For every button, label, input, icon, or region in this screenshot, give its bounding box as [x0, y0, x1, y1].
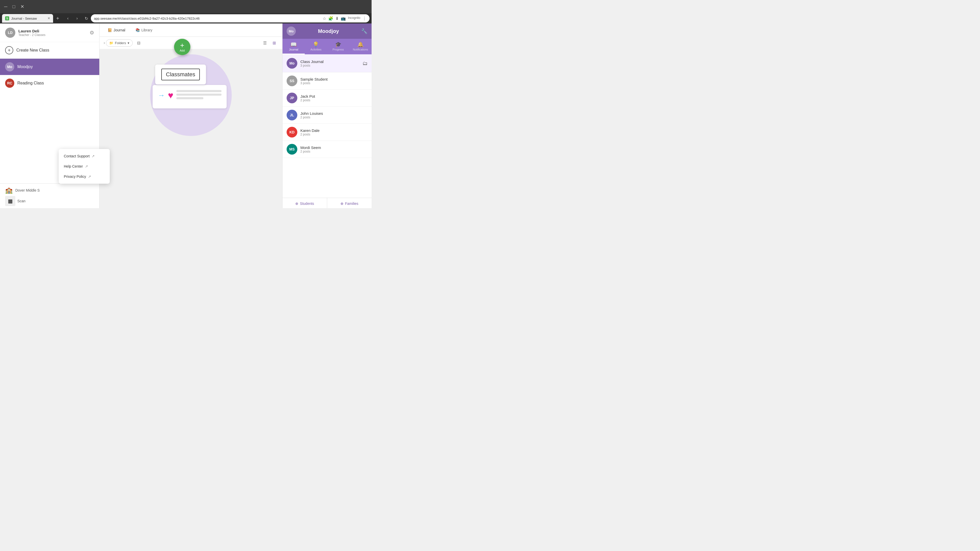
external-link-icon-3: ↗ [88, 175, 91, 179]
main-content: 📔 Journal 📚 Library › 📁 Folders ▾ ⊟ ☰ ⊞ [100, 24, 282, 208]
john-louises-avatar: JL [286, 110, 298, 121]
class-journal-avatar: Mo [286, 58, 298, 68]
student-list: Mo Class Journal 3 posts 🗂 SS Sample Stu… [283, 54, 372, 198]
add-students-button[interactable]: ⊕ Students [283, 198, 327, 208]
create-class-button[interactable]: + Create New Class [0, 42, 99, 59]
external-link-icon-1: ↗ [92, 154, 95, 158]
student-item-jack[interactable]: JP Jack Pot 2 posts [283, 89, 372, 106]
window-controls[interactable]: ─ □ ✕ [3, 4, 25, 10]
sidebar-item-moodjoy[interactable]: Mo Moodjoy [0, 59, 99, 75]
class-journal-title: Class Journal [301, 59, 324, 64]
folder-icon: 📁 [109, 41, 113, 45]
john-louises-posts: 2 posts [301, 116, 323, 119]
scan-label: Scan [18, 199, 25, 203]
illustration-card: → ♥ [153, 85, 227, 108]
school-info: 🏫 Dover Middle S [5, 187, 94, 194]
moodjoy-label: Moodjoy [18, 65, 33, 69]
user-details: Lauren Deli Teacher - 2 Classes [18, 29, 45, 37]
student-item-john[interactable]: JL John Louises 2 posts [283, 106, 372, 124]
filter-button[interactable]: ⊟ [135, 39, 143, 47]
close-button[interactable]: ✕ [19, 4, 25, 10]
chevron-down-icon: ▾ [127, 41, 129, 45]
active-tab[interactable]: S Journal - Seesaw × [2, 14, 53, 23]
sample-student-info: Sample Student 3 posts [301, 77, 328, 85]
moodjoy-avatar: Mo [5, 62, 14, 71]
school-icon: 🏫 [5, 187, 13, 194]
mordi-seem-name: Mordi Seem [301, 145, 321, 150]
sidebar-item-reading-class[interactable]: RC Reading Class [0, 75, 99, 91]
feed-toolbar: › 📁 Folders ▾ ⊟ ☰ ⊞ [100, 37, 282, 49]
progress-tab-icon: 🎓 [335, 41, 342, 48]
bookmark-icon[interactable]: ☆ [323, 16, 326, 21]
help-center-label: Help Center [64, 164, 83, 168]
help-center-item[interactable]: Help Center ↗ [59, 161, 110, 171]
add-families-button[interactable]: ⊕ Families [327, 198, 372, 208]
card-line-1 [177, 90, 221, 92]
tab-library[interactable]: 📚 Library [131, 26, 156, 34]
minimize-button[interactable]: ─ [3, 4, 8, 10]
journal-tab-icon: 📔 [108, 28, 112, 32]
privacy-policy-item[interactable]: Privacy Policy ↗ [59, 171, 110, 182]
address-bar[interactable]: app.seesaw.me/#/class/class.e01bf4c2-9a2… [91, 14, 369, 22]
student-item-karen[interactable]: KD Karen Dale 2 posts [283, 124, 372, 141]
privacy-policy-label: Privacy Policy [64, 175, 86, 179]
grid-view-button[interactable]: ⊞ [270, 39, 278, 47]
tab-close-icon[interactable]: × [48, 16, 50, 21]
reading-class-label: Reading Class [18, 81, 44, 86]
scan-button[interactable]: ▦ Scan [5, 196, 94, 206]
contact-support-item[interactable]: Contact Support ↗ [59, 151, 110, 161]
wrench-icon[interactable]: 🔧 [361, 28, 368, 34]
tab-progress-right[interactable]: 🎓 Progress [327, 39, 349, 54]
card-line-2 [177, 94, 221, 96]
journal-tab-label-right: Journal [289, 48, 298, 51]
user-info: LD Lauren Deli Teacher - 2 Classes [5, 27, 45, 38]
download-icon[interactable]: ⬇ [335, 16, 339, 21]
context-menu: Contact Support ↗ Help Center ↗ Privacy … [59, 149, 110, 184]
class-header-avatar: Mo [286, 27, 296, 36]
classmates-title: Classmates [161, 68, 200, 80]
back-button[interactable]: ‹ [64, 15, 72, 22]
folders-button[interactable]: 📁 Folders ▾ [106, 39, 132, 47]
extensions-icon[interactable]: 🧩 [328, 16, 333, 21]
card-line-3 [177, 97, 204, 99]
maximize-button[interactable]: □ [11, 4, 16, 10]
menu-icon[interactable]: ⋮ [363, 16, 366, 21]
settings-icon[interactable]: ⚙ [89, 30, 94, 36]
class-journal-posts: 3 posts [301, 64, 324, 67]
student-item-sample[interactable]: SS Sample Student 3 posts [283, 73, 372, 89]
tab-favicon: S [5, 16, 9, 21]
add-plus-icon: + [180, 42, 184, 49]
reading-class-avatar: RC [5, 79, 14, 88]
add-fab-button[interactable]: + Add [174, 39, 190, 55]
tab-notifications-right[interactable]: 🔔 Notifications [349, 39, 372, 54]
contact-support-label: Contact Support [64, 154, 89, 158]
student-item-mordi[interactable]: MS Mordi Seem 2 posts [283, 141, 372, 158]
new-tab-button[interactable]: + [54, 15, 61, 22]
main-navigation: 📔 Journal 📚 Library [100, 24, 282, 37]
reload-button[interactable]: ↻ [83, 15, 90, 22]
list-view-button[interactable]: ☰ [261, 39, 269, 47]
arrow-icon: › [103, 41, 105, 45]
john-louises-name: John Louises [301, 111, 323, 116]
mordi-seem-posts: 2 posts [301, 150, 321, 153]
address-bar-icons: ☆ 🧩 ⬇ 📺 Incognito ⋮ [323, 16, 366, 21]
cast-icon[interactable]: 📺 [341, 16, 346, 21]
tab-journal[interactable]: 📔 Journal [103, 26, 129, 34]
tab-journal-right[interactable]: 📖 Journal [283, 39, 305, 54]
classmates-card: Classmates [155, 65, 206, 84]
add-students-label: Students [300, 202, 314, 206]
feed-area: Classmates → ♥ [100, 49, 282, 141]
folder-icon-right: 🗂 [363, 60, 368, 66]
arrow-illustration-icon: → [158, 91, 165, 100]
tab-activities-right[interactable]: 💡 Activities [305, 39, 327, 54]
sample-student-posts: 3 posts [301, 81, 328, 85]
sidebar: LD Lauren Deli Teacher - 2 Classes ⚙ + C… [0, 24, 100, 208]
plus-families-icon: ⊕ [340, 202, 344, 206]
library-tab-icon: 📚 [135, 28, 140, 32]
sidebar-header: LD Lauren Deli Teacher - 2 Classes ⚙ [0, 24, 99, 42]
window-title-bar: ─ □ ✕ [0, 0, 372, 13]
karen-dale-avatar: KD [286, 127, 298, 138]
forward-button[interactable]: › [73, 15, 81, 22]
user-role: Teacher - 2 Classes [18, 33, 45, 37]
class-journal-item[interactable]: Mo Class Journal 3 posts 🗂 [283, 54, 372, 73]
